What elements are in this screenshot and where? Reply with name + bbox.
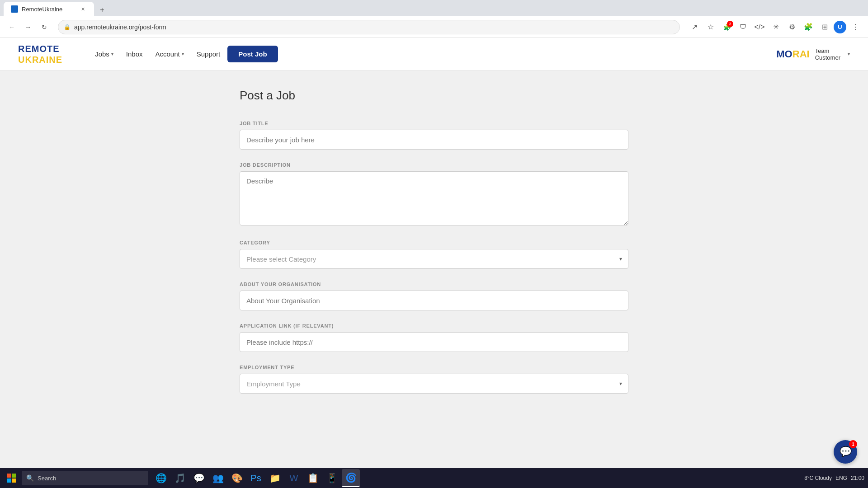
job-description-textarea[interactable] [240, 171, 628, 225]
taskbar-language: ENG [835, 475, 847, 481]
taskbar-clock: 21:00 [851, 475, 864, 481]
new-tab-button[interactable]: + [96, 4, 108, 16]
bookmark-button[interactable]: ☆ [703, 20, 718, 34]
extensions-button[interactable]: 🧩 3 [720, 20, 734, 34]
team-logo: MO RAI [776, 48, 809, 60]
application-link-input[interactable] [240, 332, 628, 352]
job-title-group: JOB TITLE [240, 121, 628, 150]
job-title-label: JOB TITLE [240, 121, 628, 126]
chat-icon: 💬 [840, 446, 852, 458]
devtools-button[interactable]: </> [752, 20, 767, 34]
taskbar-app1-icon[interactable]: 🎨 [228, 469, 246, 487]
reload-button[interactable]: ↻ [38, 21, 51, 33]
employment-type-label: EMPLOYMENT TYPE [240, 365, 628, 370]
address-bar[interactable]: 🔒 app.remoteukraine.org/post-form [58, 20, 680, 34]
category-group: CATEGORY Please select Category ▾ [240, 240, 628, 269]
nav-jobs[interactable]: Jobs ▾ [90, 47, 119, 61]
chat-widget[interactable]: 💬 1 [834, 440, 857, 464]
taskbar-app2-icon[interactable]: 📋 [304, 469, 322, 487]
organisation-group: ABOUT YOUR ORGANISATION [240, 282, 628, 310]
taskbar-ps-icon[interactable]: Ps [247, 469, 265, 487]
nav-inbox[interactable]: Inbox [121, 47, 148, 61]
url-text: app.remoteukraine.org/post-form [74, 23, 166, 31]
taskbar-right: 8°C Cloudy ENG 21:00 [804, 475, 864, 481]
team-logo-rai: RAI [793, 48, 810, 60]
organisation-input[interactable] [240, 291, 628, 310]
search-icon: 🔍 [26, 474, 34, 482]
page-title: Post a Job [240, 89, 628, 103]
main-content: Post a Job JOB TITLE JOB DESCRIPTION CAT… [231, 70, 637, 433]
taskbar-apps: 🌐 🎵 💬 👥 🎨 Ps 📁 W 📋 📱 🌀 [152, 469, 360, 487]
lock-icon: 🔒 [64, 24, 71, 30]
active-tab[interactable]: RemoteUkraine ✕ [4, 2, 94, 16]
taskbar-skype-icon[interactable]: 💬 [190, 469, 208, 487]
extension-icon-1[interactable]: ✳ [769, 20, 783, 34]
puzzle-icon[interactable]: 🧩 [801, 20, 816, 34]
profile-button[interactable]: U [834, 21, 846, 33]
site-header: REMOTE UKRAINE Jobs ▾ Inbox Account ▾ Su… [0, 38, 868, 70]
application-link-group: APPLICATION LINK (IF RELEVANT) [240, 323, 628, 352]
team-label: Team [815, 47, 840, 54]
account-caret-icon: ▾ [182, 52, 184, 56]
settings-button[interactable]: ⚙ [785, 20, 799, 34]
taskbar: 🔍 Search 🌐 🎵 💬 👥 🎨 Ps 📁 W 📋 📱 🌀 8°C Clou… [0, 468, 868, 488]
tab-title: RemoteUkraine [22, 6, 75, 13]
taskbar-app3-icon[interactable]: 📱 [323, 469, 341, 487]
nav-actions: ↗ ☆ 🧩 3 🛡 </> ✳ ⚙ 🧩 ⊞ U ⋮ [687, 20, 863, 34]
jobs-caret-icon: ▾ [111, 52, 113, 56]
svg-rect-3 [12, 479, 16, 483]
tab-bar: RemoteUkraine ✕ + [0, 0, 868, 16]
team-caret-icon: ▾ [848, 52, 850, 56]
svg-rect-2 [7, 479, 11, 483]
svg-rect-1 [12, 474, 16, 478]
extensions-manage[interactable]: ⊞ [817, 20, 832, 34]
tab-favicon [11, 5, 18, 13]
forward-button[interactable]: → [22, 21, 34, 33]
shield-button[interactable]: 🛡 [736, 20, 750, 34]
logo-remote: REMOTE [18, 43, 62, 54]
employment-type-select[interactable]: Employment Type [240, 374, 628, 394]
nav-account[interactable]: Account ▾ [150, 47, 189, 61]
search-text: Search [38, 475, 56, 482]
page-content: REMOTE UKRAINE Jobs ▾ Inbox Account ▾ Su… [0, 38, 868, 488]
start-button[interactable] [4, 470, 20, 486]
taskbar-spotify-icon[interactable]: 🎵 [171, 469, 189, 487]
employment-type-select-wrapper: Employment Type ▾ [240, 374, 628, 394]
taskbar-time: 21:00 [851, 475, 864, 481]
nav-support[interactable]: Support [191, 47, 226, 61]
taskbar-files-icon[interactable]: 📁 [266, 469, 284, 487]
taskbar-word-icon[interactable]: W [285, 469, 303, 487]
taskbar-chrome-icon[interactable]: 🌐 [152, 469, 170, 487]
job-title-input[interactable] [240, 130, 628, 150]
team-name: Customer [815, 54, 840, 61]
svg-rect-0 [7, 474, 11, 478]
site-nav: Jobs ▾ Inbox Account ▾ Support Post Job [90, 46, 758, 62]
navigation-bar: ← → ↻ 🔒 app.remoteukraine.org/post-form … [0, 16, 868, 38]
taskbar-search[interactable]: 🔍 Search [22, 471, 148, 485]
post-job-button[interactable]: Post Job [227, 46, 278, 62]
job-description-group: JOB DESCRIPTION [240, 162, 628, 227]
team-customer[interactable]: MO RAI Team Customer ▾ [776, 47, 850, 61]
team-text: Team Customer [815, 47, 840, 61]
extension-badge: 3 [727, 21, 733, 27]
chat-badge: 1 [849, 440, 857, 448]
more-menu-button[interactable]: ⋮ [848, 20, 863, 34]
logo-ukraine: UKRAINE [18, 54, 62, 65]
taskbar-weather: 8°C Cloudy [804, 475, 832, 481]
taskbar-teams-icon[interactable]: 👥 [209, 469, 227, 487]
tab-close-button[interactable]: ✕ [79, 5, 87, 13]
category-label: CATEGORY [240, 240, 628, 245]
category-select[interactable]: Please select Category [240, 249, 628, 269]
organisation-label: ABOUT YOUR ORGANISATION [240, 282, 628, 287]
share-button[interactable]: ↗ [687, 20, 702, 34]
employment-type-group: EMPLOYMENT TYPE Employment Type ▾ [240, 365, 628, 394]
application-link-label: APPLICATION LINK (IF RELEVANT) [240, 323, 628, 328]
logo-link[interactable]: REMOTE UKRAINE [18, 43, 62, 65]
back-button[interactable]: ← [5, 21, 18, 33]
team-logo-mo: MO [776, 48, 792, 60]
taskbar-edge-icon[interactable]: 🌀 [342, 469, 360, 487]
category-select-wrapper: Please select Category ▾ [240, 249, 628, 269]
job-description-label: JOB DESCRIPTION [240, 162, 628, 168]
